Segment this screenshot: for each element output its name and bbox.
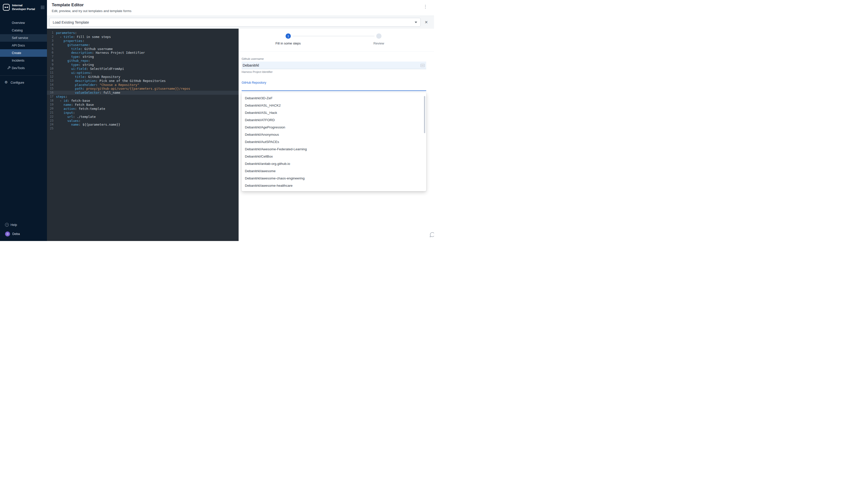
sidebar-item-api-docs[interactable]: API Docs <box>0 42 47 49</box>
code-line[interactable]: 18 - id: fetch-base <box>47 99 239 103</box>
line-code: input: <box>56 111 75 115</box>
load-template-select[interactable]: Load Existing Template <box>49 18 421 27</box>
sidebar-item-incidents[interactable]: Incidents <box>0 57 47 64</box>
user-name: Deba <box>12 232 20 236</box>
repo-option[interactable]: Debanitrkl/AutSPACEs <box>242 138 426 146</box>
code-line[interactable]: 22 url: ./template <box>47 115 239 119</box>
code-line[interactable]: 3 properties: <box>47 39 239 43</box>
sidebar-item-create[interactable]: Create <box>0 49 47 57</box>
help-label: Help <box>10 223 17 227</box>
line-number: 11 <box>47 71 56 75</box>
configure-label: Configure <box>10 81 24 85</box>
repo-option[interactable]: Debanitrkl/awesome-chaos-engineering <box>242 175 426 182</box>
wrench-icon <box>7 66 10 70</box>
main-area: Template Editor Edit, preview, and try o… <box>47 0 434 241</box>
line-code: title: GitHub Repository <box>56 75 120 79</box>
code-editor[interactable]: 1parameters:2 - title: Fill in some step… <box>47 29 239 241</box>
github-repository-input[interactable] <box>242 86 426 91</box>
line-number: 14 <box>47 83 56 87</box>
repo-option[interactable]: Debanitrkl/ATFORD <box>242 116 426 124</box>
code-line[interactable]: 23 values: <box>47 119 239 123</box>
line-code: parameters: <box>56 31 77 35</box>
close-icon[interactable]: ✕ <box>424 19 429 25</box>
line-number: 6 <box>47 51 56 55</box>
more-options-icon[interactable]: ⋮ <box>423 4 428 9</box>
line-code: gitusername: <box>56 43 90 47</box>
line-code: description: Pick one of the GitHub Repo… <box>56 79 166 83</box>
repo-option[interactable]: Debanitrkl/ASL_Hack <box>242 109 426 116</box>
code-line[interactable]: 6 description: Harness Project Identifie… <box>47 51 239 55</box>
sidebar-item-devtools[interactable]: DevTools <box>0 64 47 72</box>
code-line[interactable]: 7 type: string <box>47 55 239 59</box>
line-code: steps: <box>56 95 67 99</box>
idp-logo-icon <box>2 3 10 11</box>
sidebar-item-label: Overview <box>12 21 25 25</box>
github-repository-label: GitHub Repository <box>242 81 426 85</box>
code-line[interactable]: 20 action: fetch:template <box>47 107 239 111</box>
repo-option[interactable]: Debanitrkl/anitab-org.github.io <box>242 160 426 168</box>
code-line[interactable]: 21 input: <box>47 111 239 115</box>
github-username-input[interactable] <box>242 62 426 69</box>
line-code: - id: fetch-base <box>56 99 90 103</box>
sidebar-item-catalog[interactable]: Catalog <box>0 27 47 34</box>
app-grid-icon[interactable] <box>41 5 44 9</box>
help-button[interactable]: ? Help <box>0 221 47 229</box>
line-code: url: ./template <box>56 115 96 119</box>
line-number: 23 <box>47 119 56 123</box>
code-line[interactable]: 25 <box>47 127 239 131</box>
line-number: 7 <box>47 55 56 59</box>
code-lines: 1parameters:2 - title: Fill in some step… <box>47 31 239 131</box>
code-line[interactable]: 5 title: Github username <box>47 47 239 51</box>
line-number: 10 <box>47 67 56 71</box>
github-repository-field: GitHub Repository Debanitrkl/3D-ZeFDeban… <box>242 81 426 191</box>
github-username-helper: Harness Project Identifier <box>242 70 426 73</box>
repo-option[interactable]: Debanitrkl/ASL_HACK2 <box>242 102 426 109</box>
code-line[interactable]: 17steps: <box>47 95 239 99</box>
code-line[interactable]: 8 github_repo: <box>47 59 239 63</box>
code-line[interactable]: 10 ui:field: SelectFieldFromApi <box>47 67 239 71</box>
line-code: properties: <box>56 39 84 43</box>
sidebar-item-overview[interactable]: Overview <box>0 19 47 27</box>
line-number: 15 <box>47 87 56 91</box>
step-1-circle[interactable]: 1 <box>285 33 291 39</box>
code-line[interactable]: 2 - title: Fill in some steps <box>47 35 239 39</box>
user-menu[interactable]: D Deba <box>0 229 47 239</box>
sidebar-item-self-service[interactable]: Self service <box>0 34 47 42</box>
step-2-label: Review <box>351 41 406 45</box>
code-line[interactable]: 24 name: ${{parameters.name}} <box>47 123 239 127</box>
github-username-label: Github username <box>242 57 426 60</box>
repo-option[interactable]: Debanitrkl/awesome <box>242 168 426 175</box>
page-subtitle: Edit, preview, and try out templates and… <box>52 9 428 13</box>
line-number: 22 <box>47 115 56 119</box>
code-line[interactable]: 16 valueSelector: full_name <box>47 91 239 95</box>
repo-option[interactable]: Debanitrkl/Anonymous <box>242 131 426 138</box>
line-code: placeholder: "Choose a Repository" <box>56 83 139 87</box>
code-line[interactable]: 19 name: Fetch Base <box>47 103 239 107</box>
repo-dropdown: Debanitrkl/3D-ZeFDebanitrkl/ASL_HACK2Deb… <box>242 92 426 191</box>
code-line[interactable]: 15 path: proxy/github-api/users/{{parame… <box>47 87 239 91</box>
repo-option[interactable]: Debanitrkl/awesome-healthcare <box>242 182 426 189</box>
code-line[interactable]: 11 ui:options: <box>47 71 239 75</box>
repo-option[interactable]: Debanitrkl/AgeProgression <box>242 124 426 131</box>
code-line[interactable]: 4 gitusername: <box>47 43 239 47</box>
sidebar-item-configure[interactable]: ⚙ Configure <box>0 79 47 87</box>
repo-option[interactable]: Debanitrkl/Awesome-Federated-Learning <box>242 146 426 153</box>
repo-option[interactable]: Debanitrkl/CellBox <box>242 153 426 160</box>
page-header: Template Editor Edit, preview, and try o… <box>47 0 434 16</box>
code-line[interactable]: 13 description: Pick one of the GitHub R… <box>47 79 239 83</box>
sidebar-item-label: API Docs <box>12 44 25 47</box>
line-number: 16 <box>47 91 56 95</box>
feedback-chat-icon[interactable] <box>429 232 434 239</box>
scrollbar-thumb[interactable] <box>424 96 425 133</box>
template-form-panel: 1 Fill in some steps Review Github usern… <box>239 29 434 241</box>
code-line[interactable]: 14 placeholder: "Choose a Repository" <box>47 83 239 87</box>
load-template-label: Load Existing Template <box>53 20 89 24</box>
code-line[interactable]: 9 type: string <box>47 63 239 67</box>
code-line[interactable]: 12 title: GitHub Repository <box>47 75 239 79</box>
template-form: Github username ⋯ Harness Project Identi… <box>239 52 434 191</box>
code-line[interactable]: 1parameters: <box>47 31 239 35</box>
repo-option[interactable]: Debanitrkl/3D-ZeF <box>242 94 426 102</box>
step-2-circle[interactable] <box>376 33 381 39</box>
line-number: 25 <box>47 127 56 131</box>
ellipsis-icon[interactable]: ⋯ <box>421 64 425 67</box>
